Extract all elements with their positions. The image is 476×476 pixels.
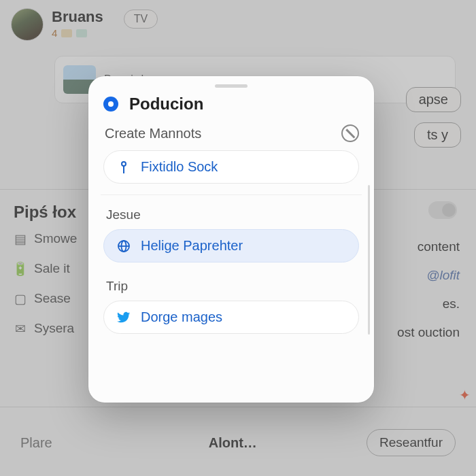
group-label: Jesue	[106, 207, 359, 222]
modal-subheader: Create Mannots	[105, 124, 359, 142]
option-label: Dorge mages	[141, 309, 222, 325]
action-sheet: Poducion Create Mannots Fixtidlo Sock Je…	[88, 76, 374, 403]
globe-icon	[116, 239, 131, 254]
modal-subtitle: Create Mannots	[105, 126, 201, 141]
option-label: Helige Paprehter	[141, 238, 243, 254]
block-icon[interactable]	[341, 124, 359, 142]
option-label: Fixtidlo Sock	[141, 159, 218, 175]
pin-icon	[116, 160, 131, 175]
drag-handle[interactable]	[215, 84, 248, 88]
modal-title: Poducion	[129, 95, 203, 114]
bird-icon	[116, 310, 131, 325]
group-label: Trip	[106, 279, 359, 294]
option-dorge[interactable]: Dorge mages	[103, 301, 359, 334]
scrollbar[interactable]	[368, 185, 370, 335]
option-helige[interactable]: Helige Paprehter	[103, 229, 359, 262]
modal-header: Poducion	[103, 95, 359, 114]
option-fixtidlo[interactable]: Fixtidlo Sock	[103, 150, 359, 184]
svg-point-0	[122, 162, 126, 166]
divider	[101, 194, 362, 195]
radio-selected-icon[interactable]	[103, 97, 118, 112]
